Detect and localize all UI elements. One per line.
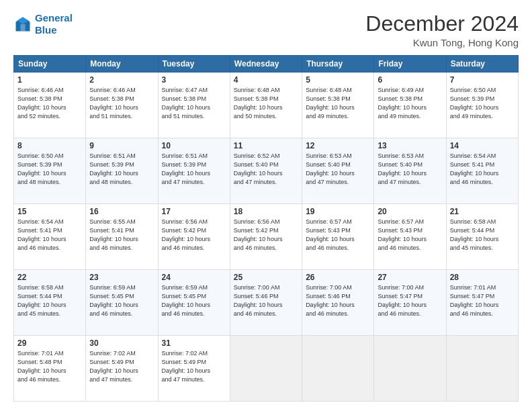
logo: General Blue xyxy=(13,12,73,36)
day-number: 31 xyxy=(162,338,226,348)
table-row: 23Sunrise: 6:59 AM Sunset: 5:45 PM Dayli… xyxy=(86,270,158,336)
day-number: 27 xyxy=(378,273,442,282)
day-number: 20 xyxy=(378,207,442,216)
table-row: 30Sunrise: 7:02 AM Sunset: 5:49 PM Dayli… xyxy=(86,336,158,402)
table-row xyxy=(446,336,518,402)
title-block: December 2024 Kwun Tong, Hong Kong xyxy=(365,12,519,48)
table-row xyxy=(302,336,374,402)
day-number: 29 xyxy=(17,338,82,348)
cell-content: Sunrise: 6:53 AM Sunset: 5:40 PM Dayligh… xyxy=(306,152,370,187)
col-thursday: Thursday xyxy=(302,56,374,73)
cell-content: Sunrise: 6:48 AM Sunset: 5:38 PM Dayligh… xyxy=(234,86,298,121)
table-row: 26Sunrise: 7:00 AM Sunset: 5:46 PM Dayli… xyxy=(302,270,374,336)
day-number: 23 xyxy=(89,273,154,282)
day-number: 17 xyxy=(162,207,226,216)
day-number: 12 xyxy=(306,141,370,150)
cell-content: Sunrise: 7:00 AM Sunset: 5:46 PM Dayligh… xyxy=(234,283,298,318)
table-row: 15Sunrise: 6:54 AM Sunset: 5:41 PM Dayli… xyxy=(14,204,86,270)
day-number: 8 xyxy=(17,141,82,150)
calendar-week-2: 8Sunrise: 6:50 AM Sunset: 5:39 PM Daylig… xyxy=(14,138,519,204)
cell-content: Sunrise: 6:53 AM Sunset: 5:40 PM Dayligh… xyxy=(378,152,442,187)
day-number: 10 xyxy=(162,141,226,150)
calendar-week-4: 22Sunrise: 6:58 AM Sunset: 5:44 PM Dayli… xyxy=(14,270,519,336)
table-row: 14Sunrise: 6:54 AM Sunset: 5:41 PM Dayli… xyxy=(446,138,518,204)
table-row: 4Sunrise: 6:48 AM Sunset: 5:38 PM Daylig… xyxy=(230,73,302,138)
page: General Blue December 2024 Kwun Tong, Ho… xyxy=(0,0,532,411)
day-number: 28 xyxy=(450,273,515,282)
day-number: 19 xyxy=(306,207,370,216)
cell-content: Sunrise: 7:01 AM Sunset: 5:47 PM Dayligh… xyxy=(450,283,515,318)
day-number: 15 xyxy=(17,207,82,216)
table-row: 2Sunrise: 6:46 AM Sunset: 5:38 PM Daylig… xyxy=(86,73,158,138)
table-row: 19Sunrise: 6:57 AM Sunset: 5:43 PM Dayli… xyxy=(302,204,374,270)
table-row: 3Sunrise: 6:47 AM Sunset: 5:38 PM Daylig… xyxy=(158,73,230,138)
cell-content: Sunrise: 6:54 AM Sunset: 5:41 PM Dayligh… xyxy=(17,218,82,253)
col-saturday: Saturday xyxy=(446,56,518,73)
day-number: 25 xyxy=(234,273,298,282)
cell-content: Sunrise: 6:46 AM Sunset: 5:38 PM Dayligh… xyxy=(89,86,154,121)
table-row: 17Sunrise: 6:56 AM Sunset: 5:42 PM Dayli… xyxy=(158,204,230,270)
table-row: 18Sunrise: 6:56 AM Sunset: 5:42 PM Dayli… xyxy=(230,204,302,270)
table-row: 28Sunrise: 7:01 AM Sunset: 5:47 PM Dayli… xyxy=(446,270,518,336)
table-row: 27Sunrise: 7:00 AM Sunset: 5:47 PM Dayli… xyxy=(374,270,446,336)
table-row: 7Sunrise: 6:50 AM Sunset: 5:39 PM Daylig… xyxy=(446,73,518,138)
day-number: 11 xyxy=(234,141,298,150)
cell-content: Sunrise: 6:56 AM Sunset: 5:42 PM Dayligh… xyxy=(234,218,298,253)
day-number: 9 xyxy=(89,141,154,150)
day-number: 26 xyxy=(306,273,370,282)
cell-content: Sunrise: 7:01 AM Sunset: 5:48 PM Dayligh… xyxy=(17,349,82,384)
calendar-week-1: 1Sunrise: 6:46 AM Sunset: 5:38 PM Daylig… xyxy=(14,73,519,138)
day-number: 21 xyxy=(450,207,515,216)
table-row: 21Sunrise: 6:58 AM Sunset: 5:44 PM Dayli… xyxy=(446,204,518,270)
cell-content: Sunrise: 6:59 AM Sunset: 5:45 PM Dayligh… xyxy=(162,283,226,318)
cell-content: Sunrise: 6:52 AM Sunset: 5:40 PM Dayligh… xyxy=(234,152,298,187)
cell-content: Sunrise: 6:57 AM Sunset: 5:43 PM Dayligh… xyxy=(306,218,370,253)
day-number: 14 xyxy=(450,141,515,150)
table-row: 16Sunrise: 6:55 AM Sunset: 5:41 PM Dayli… xyxy=(86,204,158,270)
header: General Blue December 2024 Kwun Tong, Ho… xyxy=(13,12,519,48)
cell-content: Sunrise: 7:02 AM Sunset: 5:49 PM Dayligh… xyxy=(89,349,154,384)
table-row: 10Sunrise: 6:51 AM Sunset: 5:39 PM Dayli… xyxy=(158,138,230,204)
calendar-week-5: 29Sunrise: 7:01 AM Sunset: 5:48 PM Dayli… xyxy=(14,336,519,402)
day-number: 2 xyxy=(89,75,154,85)
logo-text: General Blue xyxy=(35,12,73,36)
day-number: 6 xyxy=(378,75,442,85)
table-row: 6Sunrise: 6:49 AM Sunset: 5:38 PM Daylig… xyxy=(374,73,446,138)
table-row: 9Sunrise: 6:51 AM Sunset: 5:39 PM Daylig… xyxy=(86,138,158,204)
day-number: 24 xyxy=(162,273,226,282)
cell-content: Sunrise: 6:51 AM Sunset: 5:39 PM Dayligh… xyxy=(89,152,154,187)
cell-content: Sunrise: 7:00 AM Sunset: 5:47 PM Dayligh… xyxy=(378,283,442,318)
cell-content: Sunrise: 6:57 AM Sunset: 5:43 PM Dayligh… xyxy=(378,218,442,253)
day-number: 3 xyxy=(162,75,226,85)
logo-line1: General xyxy=(35,12,73,24)
cell-content: Sunrise: 6:59 AM Sunset: 5:45 PM Dayligh… xyxy=(89,283,154,318)
cell-content: Sunrise: 6:48 AM Sunset: 5:38 PM Dayligh… xyxy=(306,86,370,121)
table-row xyxy=(374,336,446,402)
cell-content: Sunrise: 6:50 AM Sunset: 5:39 PM Dayligh… xyxy=(17,152,82,187)
table-row: 29Sunrise: 7:01 AM Sunset: 5:48 PM Dayli… xyxy=(14,336,86,402)
day-number: 13 xyxy=(378,141,442,150)
cell-content: Sunrise: 6:50 AM Sunset: 5:39 PM Dayligh… xyxy=(450,86,515,121)
table-row: 25Sunrise: 7:00 AM Sunset: 5:46 PM Dayli… xyxy=(230,270,302,336)
svg-rect-2 xyxy=(21,24,26,32)
col-wednesday: Wednesday xyxy=(230,56,302,73)
day-number: 1 xyxy=(17,75,82,85)
table-row: 24Sunrise: 6:59 AM Sunset: 5:45 PM Dayli… xyxy=(158,270,230,336)
col-monday: Monday xyxy=(86,56,158,73)
cell-content: Sunrise: 6:56 AM Sunset: 5:42 PM Dayligh… xyxy=(162,218,226,253)
table-row: 20Sunrise: 6:57 AM Sunset: 5:43 PM Dayli… xyxy=(374,204,446,270)
subtitle: Kwun Tong, Hong Kong xyxy=(365,37,519,48)
logo-line2: Blue xyxy=(35,24,57,36)
day-number: 22 xyxy=(17,273,82,282)
main-title: December 2024 xyxy=(365,12,519,36)
cell-content: Sunrise: 6:58 AM Sunset: 5:44 PM Dayligh… xyxy=(450,218,515,253)
table-row: 11Sunrise: 6:52 AM Sunset: 5:40 PM Dayli… xyxy=(230,138,302,204)
table-row: 12Sunrise: 6:53 AM Sunset: 5:40 PM Dayli… xyxy=(302,138,374,204)
table-row: 5Sunrise: 6:48 AM Sunset: 5:38 PM Daylig… xyxy=(302,73,374,138)
cell-content: Sunrise: 6:58 AM Sunset: 5:44 PM Dayligh… xyxy=(17,283,82,318)
cell-content: Sunrise: 7:02 AM Sunset: 5:49 PM Dayligh… xyxy=(162,349,226,384)
day-number: 16 xyxy=(89,207,154,216)
cell-content: Sunrise: 6:49 AM Sunset: 5:38 PM Dayligh… xyxy=(378,86,442,121)
cell-content: Sunrise: 6:54 AM Sunset: 5:41 PM Dayligh… xyxy=(450,152,515,187)
day-number: 18 xyxy=(234,207,298,216)
